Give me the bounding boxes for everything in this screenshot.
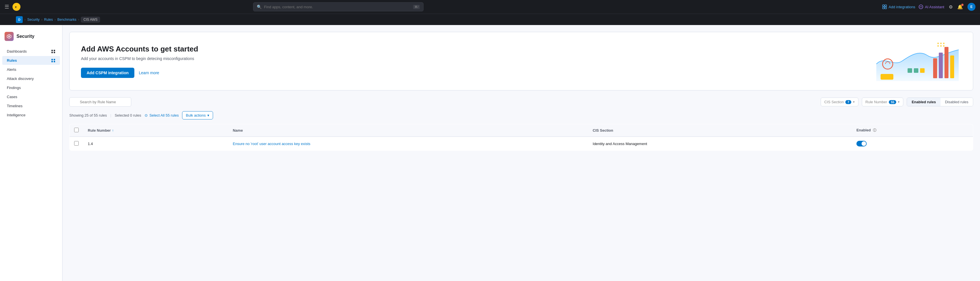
table-col-name: Name bbox=[228, 124, 588, 137]
enabled-rules-toggle[interactable]: Enabled rules bbox=[907, 98, 940, 106]
rule-number-chevron: ▾ bbox=[898, 100, 900, 104]
showing-count: Showing 25 of 55 rules bbox=[69, 113, 107, 117]
svg-point-11 bbox=[8, 35, 10, 37]
top-nav-actions: Add integrations AI Assistant bbox=[882, 5, 944, 9]
select-all-icon: ⊙ bbox=[145, 113, 148, 117]
select-all-link[interactable]: ⊙ Select All 55 rules bbox=[145, 113, 179, 117]
cis-section-count: 7 bbox=[845, 100, 851, 104]
banner-actions: Add CSPM integration Learn more bbox=[81, 68, 876, 78]
breadcrumb-security[interactable]: Security bbox=[27, 18, 40, 22]
banner-card: Add AWS Accounts to get started Add your… bbox=[69, 32, 973, 91]
disabled-rules-toggle[interactable]: Disabled rules bbox=[940, 98, 973, 106]
row-checkbox[interactable] bbox=[74, 141, 79, 145]
select-all-checkbox[interactable] bbox=[74, 128, 79, 132]
rule-enabled-toggle[interactable] bbox=[856, 141, 867, 147]
ai-assistant-button[interactable]: AI Assistant bbox=[919, 5, 944, 9]
notification-dot bbox=[961, 4, 964, 6]
enabled-info-icon[interactable]: ⓘ bbox=[873, 128, 876, 132]
sidebar-item-findings[interactable]: Findings bbox=[2, 83, 60, 92]
sidebar-item-findings-label: Findings bbox=[7, 86, 21, 90]
table-row: 1.4 Ensure no 'root' user account access… bbox=[70, 137, 973, 151]
gear-icon[interactable]: ⚙ bbox=[949, 4, 953, 10]
table-header: Rule Number ↑ Name CIS Section Enabled ⓘ bbox=[70, 124, 973, 137]
breadcrumb-benchmarks[interactable]: Benchmarks bbox=[57, 18, 76, 22]
hamburger-menu[interactable]: ☰ bbox=[5, 4, 9, 10]
svg-rect-26 bbox=[881, 74, 893, 80]
sidebar: Security Dashboards Rules Alerts Attack … bbox=[0, 25, 62, 281]
sidebar-item-intelligence-label: Intelligence bbox=[7, 113, 25, 117]
learn-more-button[interactable]: Learn more bbox=[139, 70, 159, 75]
main-content: Add AWS Accounts to get started Add your… bbox=[62, 25, 980, 281]
svg-rect-5 bbox=[885, 7, 886, 9]
rule-number-col-label: Rule Number bbox=[88, 128, 111, 133]
svg-rect-4 bbox=[883, 7, 884, 9]
integrations-icon bbox=[882, 5, 887, 9]
table-col-cis-section: CIS Section bbox=[588, 124, 852, 137]
breadcrumb-sep-3: › bbox=[54, 18, 56, 22]
sidebar-nav: Dashboards Rules Alerts Attack discovery… bbox=[0, 47, 62, 120]
sidebar-item-intelligence[interactable]: Intelligence bbox=[2, 111, 60, 120]
svg-rect-18 bbox=[940, 43, 942, 44]
bulk-actions-chevron: ▾ bbox=[207, 113, 209, 117]
svg-rect-17 bbox=[937, 43, 939, 44]
sidebar-brand-icon bbox=[5, 32, 14, 41]
cis-section-chevron: ▾ bbox=[853, 100, 855, 104]
global-search[interactable]: 🔍 ⌘/ bbox=[253, 2, 423, 11]
bulk-actions-button[interactable]: Bulk actions ▾ bbox=[182, 111, 213, 120]
add-integrations-button[interactable]: Add integrations bbox=[882, 5, 915, 9]
elastic-logo[interactable]: e bbox=[13, 3, 21, 11]
top-nav: ☰ e 🔍 ⌘/ Add integrations AI Assistant ⚙… bbox=[0, 0, 980, 14]
sidebar-item-dashboards-label: Dashboards bbox=[7, 49, 27, 53]
breadcrumb-sep-4: › bbox=[78, 18, 79, 22]
sub-toolbar: Showing 25 of 55 rules | Selected 0 rule… bbox=[69, 111, 973, 120]
svg-rect-2 bbox=[883, 5, 884, 6]
sidebar-item-alerts[interactable]: Alerts bbox=[2, 65, 60, 74]
sidebar-item-timelines-label: Timelines bbox=[7, 104, 22, 108]
sidebar-item-rules-label: Rules bbox=[7, 58, 17, 62]
table-col-enabled: Enabled ⓘ bbox=[852, 124, 973, 137]
svg-point-9 bbox=[921, 6, 922, 7]
sidebar-item-rules[interactable]: Rules bbox=[2, 56, 60, 65]
rule-number-label: Rule Number bbox=[865, 100, 888, 104]
global-search-icon: 🔍 bbox=[257, 5, 262, 9]
row-enabled[interactable] bbox=[852, 137, 973, 151]
search-rule-input[interactable] bbox=[69, 97, 131, 107]
notifications-icon[interactable]: 🔔 bbox=[957, 4, 963, 10]
sidebar-brand: Security bbox=[0, 30, 62, 47]
search-shortcut: ⌘/ bbox=[413, 5, 420, 9]
breadcrumb-sep-2: › bbox=[41, 18, 42, 22]
sub-toolbar-sep: | bbox=[110, 113, 111, 117]
rule-number-count: 55 bbox=[889, 100, 896, 104]
sidebar-item-dashboards[interactable]: Dashboards bbox=[2, 47, 60, 56]
svg-rect-22 bbox=[943, 45, 945, 47]
svg-rect-23 bbox=[908, 68, 912, 73]
svg-point-7 bbox=[920, 6, 920, 7]
sidebar-item-cases-label: Cases bbox=[7, 95, 18, 99]
sidebar-item-timelines[interactable]: Timelines bbox=[2, 102, 60, 110]
svg-rect-14 bbox=[945, 47, 948, 78]
banner-visual bbox=[876, 41, 961, 81]
global-search-input[interactable] bbox=[264, 5, 411, 9]
rule-name-link[interactable]: Ensure no 'root' user account access key… bbox=[233, 142, 310, 146]
breadcrumb-avatar[interactable]: D bbox=[16, 16, 23, 23]
rule-number-filter[interactable]: Rule Number 55 ▾ bbox=[862, 97, 904, 106]
table-col-rule-number[interactable]: Rule Number ↑ bbox=[83, 124, 228, 137]
row-checkbox-cell[interactable] bbox=[70, 137, 84, 151]
user-avatar[interactable]: E bbox=[967, 3, 975, 11]
search-wrap: 🔍 bbox=[69, 97, 817, 107]
main-layout: Security Dashboards Rules Alerts Attack … bbox=[0, 0, 980, 281]
dashboards-grid-icon bbox=[51, 50, 56, 53]
cis-section-filter[interactable]: CIS Section 7 ▾ bbox=[821, 97, 858, 106]
svg-text:e: e bbox=[15, 5, 17, 8]
selected-count: Selected 0 rules bbox=[115, 113, 141, 117]
table-col-checkbox bbox=[70, 124, 84, 137]
breadcrumb-rules[interactable]: Rules bbox=[44, 18, 53, 22]
cis-section-label: CIS Section bbox=[824, 100, 844, 104]
sidebar-item-attack-discovery[interactable]: Attack discovery bbox=[2, 74, 60, 83]
svg-rect-25 bbox=[920, 68, 924, 73]
add-cspm-button[interactable]: Add CSPM integration bbox=[81, 68, 134, 78]
svg-rect-12 bbox=[933, 58, 937, 78]
elastic-logo-icon: e bbox=[13, 3, 21, 11]
svg-rect-21 bbox=[940, 45, 942, 47]
sidebar-item-cases[interactable]: Cases bbox=[2, 93, 60, 101]
